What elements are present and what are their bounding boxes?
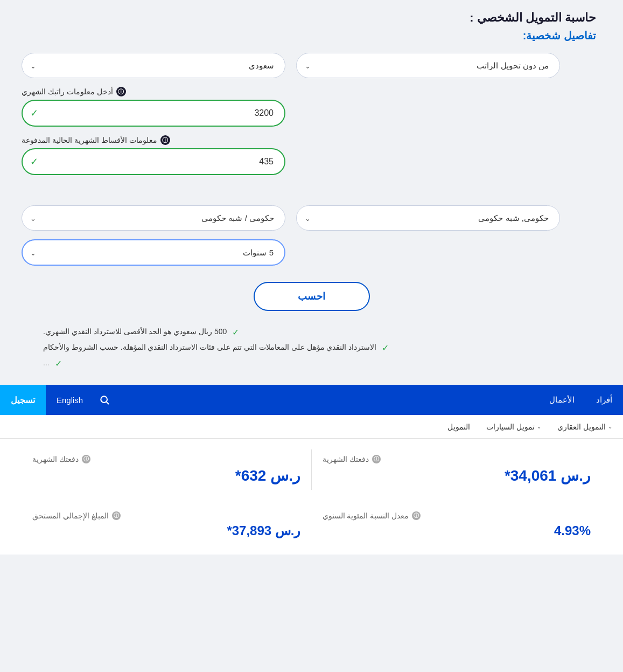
monthly-installments-input-wrapper: ✓: [22, 148, 285, 175]
results-section-top: ⓘ دفعتك الشهرية ر.س 34,061* ⓘ دفعتك الشه…: [0, 439, 623, 501]
note-text-1: 500 ريال سعودي هو الحد الأقصى للاسترداد …: [43, 327, 227, 336]
navbar: تسجيل English الأعمال أفراد: [0, 385, 623, 415]
nav-amal-link[interactable]: الأعمال: [538, 385, 585, 415]
result-value-total: ر.س 37,893*: [32, 523, 301, 538]
calculate-btn-row: احسب: [22, 282, 601, 311]
nav-english-button[interactable]: English: [46, 385, 94, 415]
result-col-total: ⓘ المبلغ الإجمالي المستحق ر.س 37,893*: [22, 506, 312, 544]
monthly-salary-field: ⓘ أدخل معلومات راتبك الشهري ✓: [22, 87, 285, 127]
nationality-field: سعودي ⌄: [22, 53, 285, 78]
check-icon-installments: ✓: [30, 156, 38, 168]
check-icon-note-3: ✓: [55, 358, 62, 369]
subnav-label-finance: التمويل: [447, 422, 470, 431]
duration-field: 5 سنوات ⌄: [22, 239, 285, 266]
duration-select[interactable]: 5 سنوات: [22, 239, 285, 266]
nationality-select[interactable]: سعودي: [22, 53, 285, 78]
check-icon-note-1: ✓: [232, 327, 239, 337]
result-label-monthly-2: ⓘ دفعتك الشهرية: [323, 455, 591, 463]
monthly-installments-label: ⓘ معلومات الأقساط الشهرية الحالية المدفو…: [22, 135, 285, 145]
subnav-label-real-estate: التمويل العقاري: [557, 422, 606, 431]
row-employer: حكومي, شبه حكومي ⌄ حكومي / شبه حكومي ⌄: [22, 205, 601, 231]
salary-transfer-select-wrapper[interactable]: من دون تحويل الراتب ⌄: [296, 53, 560, 78]
salary-transfer-select[interactable]: من دون تحويل الراتب: [296, 53, 560, 78]
result-value-monthly-1: ر.س 632*: [32, 467, 300, 484]
result-label-total: ⓘ المبلغ الإجمالي المستحق: [32, 511, 301, 520]
result-value-monthly-2: ر.س 34,061*: [323, 467, 591, 484]
subnav-item-cars[interactable]: ⌄ تمويل السيارات: [486, 422, 541, 431]
subnav-item-finance[interactable]: التمويل: [447, 422, 470, 431]
employer-sector-select-wrapper[interactable]: حكومي, شبه حكومي ⌄: [296, 205, 560, 231]
monthly-salary-input-wrapper: ✓: [22, 100, 285, 127]
result-col-apr: ⓘ معدل النسبة المئوية السنوي 4.93%: [312, 506, 602, 544]
chevron-down-icon-subnav-1: ⌄: [608, 424, 612, 429]
check-icon-note-2: ✓: [382, 343, 389, 353]
employer-type-select-wrapper[interactable]: حكومي / شبه حكومي ⌄: [22, 205, 285, 231]
monthly-salary-label: ⓘ أدخل معلومات راتبك الشهري: [22, 87, 285, 96]
note-item-2: ✓ الاسترداد النقدي مؤهل على المعاملات ال…: [43, 343, 580, 353]
monthly-installments-info-icon[interactable]: ⓘ: [160, 135, 170, 145]
employer-sector-select[interactable]: حكومي, شبه حكومي: [296, 205, 560, 231]
result-info-icon-monthly-2[interactable]: ⓘ: [372, 455, 381, 463]
page-title: حاسبة التمويل الشخصي :: [22, 11, 601, 25]
row-installments: ⓘ معلومات الأقساط الشهرية الحالية المدفو…: [22, 135, 601, 175]
monthly-salary-input[interactable]: [22, 100, 285, 127]
result-label-monthly-1: ⓘ دفعتك الشهرية: [32, 455, 300, 463]
monthly-installments-field: ⓘ معلومات الأقساط الشهرية الحالية المدفو…: [22, 135, 285, 175]
employer-type-select[interactable]: حكومي / شبه حكومي: [22, 205, 285, 231]
row-salary: ⓘ أدخل معلومات راتبك الشهري ✓: [22, 87, 601, 127]
monthly-salary-info-icon[interactable]: ⓘ: [116, 87, 126, 96]
nav-search-button[interactable]: [94, 385, 115, 415]
monthly-installments-input[interactable]: [22, 148, 285, 175]
result-col-monthly-1: ⓘ دفعتك الشهرية ر.س 632*: [22, 449, 312, 490]
salary-transfer-field: من دون تحويل الراتب ⌄: [296, 53, 560, 78]
result-info-icon-apr[interactable]: ⓘ: [412, 511, 421, 520]
main-content: حاسبة التمويل الشخصي : تفاصيل شخصية: من …: [0, 0, 623, 385]
note-item-3: ✓ ...: [43, 358, 580, 369]
subnav-item-real-estate[interactable]: ⌄ التمويل العقاري: [557, 422, 612, 431]
result-label-apr: ⓘ معدل النسبة المئوية السنوي: [323, 511, 591, 520]
results-section-bottom: ⓘ معدل النسبة المئوية السنوي 4.93% ⓘ الم…: [0, 501, 623, 555]
row-1: من دون تحويل الراتب ⌄ سعودي ⌄: [22, 53, 601, 78]
note-text-2: الاسترداد النقدي مؤهل على المعاملات التي…: [43, 343, 376, 351]
duration-select-wrapper[interactable]: 5 سنوات ⌄: [22, 239, 285, 266]
section-title: تفاصيل شخصية:: [22, 29, 601, 42]
note-text-3: ...: [43, 358, 50, 367]
check-icon-salary: ✓: [30, 107, 38, 119]
nav-register-button[interactable]: تسجيل: [0, 385, 46, 415]
subnav-label-cars: تمويل السيارات: [486, 422, 535, 431]
search-icon: [99, 394, 110, 405]
subnav: ⌄ التمويل العقاري ⌄ تمويل السيارات التمو…: [0, 415, 623, 439]
employer-type-field: حكومي / شبه حكومي ⌄: [22, 205, 285, 231]
result-info-icon-monthly-1[interactable]: ⓘ: [82, 455, 90, 463]
notes-section: ✓ 500 ريال سعودي هو الحد الأقصى للاستردا…: [43, 327, 580, 369]
row-duration: 5 سنوات ⌄: [22, 239, 601, 266]
employer-sector-field: حكومي, شبه حكومي ⌄: [296, 205, 560, 231]
note-item-1: ✓ 500 ريال سعودي هو الحد الأقصى للاستردا…: [43, 327, 580, 337]
nationality-select-wrapper[interactable]: سعودي ⌄: [22, 53, 285, 78]
nav-farad-link[interactable]: أفراد: [585, 385, 623, 415]
chevron-down-icon-subnav-2: ⌄: [537, 424, 541, 429]
result-info-icon-total[interactable]: ⓘ: [112, 511, 121, 520]
result-value-apr: 4.93%: [323, 523, 591, 538]
calculate-button[interactable]: احسب: [254, 282, 370, 311]
svg-line-1: [107, 402, 109, 404]
result-col-monthly-2: ⓘ دفعتك الشهرية ر.س 34,061*: [312, 449, 601, 490]
